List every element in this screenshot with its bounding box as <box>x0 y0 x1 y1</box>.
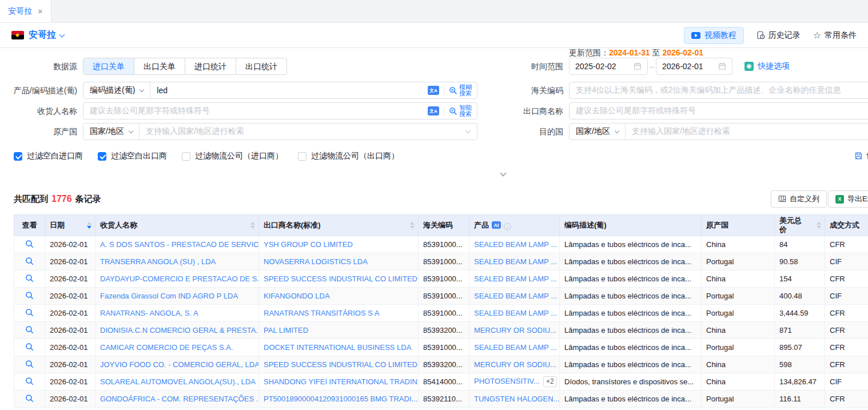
consignee-link[interactable]: RANATRANS- ANGOLA, S. A <box>100 309 198 317</box>
sort-asc-icon[interactable] <box>250 222 255 225</box>
cell-view[interactable] <box>14 356 45 373</box>
exporter-link[interactable]: RANATRANS TRANSITÁRIOS S A <box>264 309 380 317</box>
product-link[interactable]: MERCURY OR SODIU... <box>474 360 556 369</box>
cell-product[interactable]: PHOTOSENSITIV...+2 <box>469 373 560 391</box>
product-search-input[interactable]: led <box>150 86 428 95</box>
cell-product[interactable]: MERCURY OR SODIU... <box>469 356 560 373</box>
sort-desc-icon[interactable] <box>250 226 255 229</box>
cell-exporter[interactable]: KIFANGONDO LDA <box>259 288 419 305</box>
save-conditions-button[interactable]: 保 <box>854 150 868 161</box>
translate-icon[interactable]: 文A <box>428 86 439 95</box>
exporter-link[interactable]: SPEED SUCCESS INDUSTRIAL CO LIMITED <box>264 360 417 369</box>
product-link[interactable]: SEALED BEAM LAMP ... <box>474 240 557 249</box>
cell-consignee[interactable]: TRANSERRA ANGOLA (SU) , LDA <box>95 253 259 270</box>
consignee-link[interactable]: TRANSERRA ANGOLA (SU) , LDA <box>100 257 216 266</box>
cell-view[interactable] <box>14 253 45 270</box>
more-products-badge[interactable]: +2 <box>543 376 557 387</box>
country-selector-label[interactable]: 安哥拉 <box>29 29 56 41</box>
sort-carets[interactable] <box>87 222 91 229</box>
product-link[interactable]: SEALED BEAM LAMP ... <box>474 292 557 300</box>
product-link[interactable]: SEALED BEAM LAMP ... <box>474 274 557 283</box>
cell-consignee[interactable]: SOLAREAL AUTOMOVEL ANGOLA(SU)., LDA <box>95 373 259 391</box>
sort-carets[interactable] <box>410 222 415 229</box>
chevron-down-icon[interactable] <box>59 31 65 37</box>
product-link[interactable]: MERCURY OR SODIU... <box>474 326 556 335</box>
view-record-button[interactable] <box>25 308 34 319</box>
column-header-3[interactable]: 出口商名称(标准) <box>259 215 419 236</box>
product-link[interactable]: SEALED BEAM LAMP ... <box>474 257 557 266</box>
cell-view[interactable] <box>14 270 45 288</box>
cell-exporter[interactable]: NOVASERRA LOGISTICS LDA <box>259 253 419 270</box>
filter-checkbox-0[interactable]: 过滤空白进口商 <box>14 151 83 161</box>
view-record-button[interactable] <box>25 240 34 250</box>
collapse-filters-button[interactable] <box>495 169 511 178</box>
cell-exporter[interactable]: PAL LIMITED <box>259 322 419 339</box>
cell-product[interactable]: MERCURY OR SODIU... <box>469 322 560 339</box>
exporter-input[interactable]: 建议去除公司尾部字符或特殊符号 <box>569 102 868 120</box>
consignee-input[interactable]: 建议去除公司尾部字符或特殊符号 <box>83 106 428 116</box>
checkbox-checked-icon[interactable] <box>14 152 22 161</box>
checkbox-checked-icon[interactable] <box>98 152 106 161</box>
cell-consignee[interactable]: GONDOÁFRICA - COM. REPRESENTAÇÕES ... <box>95 391 259 408</box>
exporter-link[interactable]: SPEED SUCCESS INDUSTRIAL CO LIMITED <box>264 274 417 283</box>
cell-exporter[interactable]: RANATRANS TRANSITÁRIOS S A <box>259 305 419 322</box>
exporter-link[interactable]: PAL LIMITED <box>264 326 308 335</box>
favorites-button[interactable]: ☆ 常用条件 <box>813 30 857 41</box>
date-start-input[interactable]: 2025-02-02 <box>569 58 648 75</box>
view-record-button[interactable] <box>25 394 34 404</box>
product-link[interactable]: SEALED BEAM LAMP ... <box>474 309 557 317</box>
sort-asc-icon[interactable] <box>87 222 91 225</box>
consignee-link[interactable]: Fazenda Girassol Com IND AGRO P LDA <box>100 292 238 300</box>
column-header-8[interactable]: 美元总价 <box>775 215 825 236</box>
history-button[interactable]: 历史记录 <box>756 30 801 41</box>
datasource-tab-0[interactable]: 进口关单 <box>83 58 134 74</box>
cell-view[interactable] <box>14 305 45 322</box>
cell-product[interactable]: SEALED BEAM LAMP ... <box>469 339 560 356</box>
info-icon[interactable]: i <box>504 223 511 230</box>
export-excel-button[interactable]: X 导出Exc <box>828 190 868 208</box>
origin-country-select[interactable]: 国家/地区 <box>83 124 140 140</box>
product-link[interactable]: TUNGSTEN HALOGEN... <box>474 395 560 403</box>
view-record-button[interactable] <box>25 274 34 284</box>
consignee-link[interactable]: DIONISIA.C.N COMERCIO GERAL & PRESTA... <box>100 326 259 335</box>
view-record-button[interactable] <box>25 325 34 336</box>
datasource-tab-1[interactable]: 出口关单 <box>134 58 185 74</box>
cell-product[interactable]: SEALED BEAM LAMP ... <box>469 270 560 288</box>
datasource-tab-3[interactable]: 出口统计 <box>236 58 286 74</box>
column-header-1[interactable]: 日期 <box>45 215 95 236</box>
cell-consignee[interactable]: DAYDAYUP-COMERCIO E PRESTACAO DE S... <box>95 270 259 288</box>
cell-view[interactable] <box>14 339 45 356</box>
datasource-tab-2[interactable]: 进口统计 <box>185 58 236 74</box>
filter-checkbox-1[interactable]: 过滤空白出口商 <box>98 151 167 161</box>
consignee-link[interactable]: CAMICAR COMERCIO DE PEÇAS S.A. <box>100 343 233 352</box>
view-record-button[interactable] <box>25 291 34 301</box>
cell-product[interactable]: SEALED BEAM LAMP ... <box>469 305 560 322</box>
sort-desc-icon[interactable] <box>817 226 821 229</box>
destination-country-input[interactable]: 支持输入国家/地区进行检索 <box>626 126 868 137</box>
consignee-link[interactable]: SOLAREAL AUTOMOVEL ANGOLA(SU)., LDA <box>100 377 256 386</box>
cell-view[interactable] <box>14 373 45 391</box>
cell-exporter[interactable]: SHANDONG YIFEI INTERNATIONAL TRADIN... <box>259 373 419 391</box>
cell-exporter[interactable]: PT50018900004120931000165 BMG TRADI... <box>259 391 419 408</box>
cell-view[interactable] <box>14 391 45 408</box>
view-record-button[interactable] <box>25 360 34 370</box>
hs-code-input[interactable]: 支持4位以上海关编码，或2位海关编码加上产品描述、企业名称的任意信息 <box>569 82 868 99</box>
cell-product[interactable]: SEALED BEAM LAMP ... <box>469 288 560 305</box>
sort-asc-icon[interactable] <box>410 222 415 225</box>
chevron-down-icon[interactable] <box>465 128 471 134</box>
filter-checkbox-2[interactable]: 过滤物流公司（进口商） <box>182 151 283 161</box>
cell-product[interactable]: TUNGSTEN HALOGEN... <box>469 391 560 408</box>
smart-search-button[interactable]: 智能搜索 <box>449 105 472 117</box>
checkbox-unchecked-icon[interactable] <box>298 152 306 161</box>
origin-country-input[interactable]: 支持输入国家/地区进行检索 <box>140 126 466 137</box>
cell-consignee[interactable]: RANATRANS- ANGOLA, S. A <box>95 305 259 322</box>
date-end-input[interactable]: 2026-02-01 <box>656 58 732 75</box>
cell-product[interactable]: SEALED BEAM LAMP ... <box>469 236 560 253</box>
exporter-link[interactable]: DOCKET INTERNATIONAL BUSINESS LDA <box>264 343 411 352</box>
video-tutorial-button[interactable]: 视频教程 <box>684 27 744 44</box>
consignee-link[interactable]: JOYVIO FOOD CO. - COMERCIO GERAL, LDA <box>100 360 259 369</box>
cell-consignee[interactable]: CAMICAR COMERCIO DE PEÇAS S.A. <box>95 339 259 356</box>
product-field-select[interactable]: 编码描述(葡) <box>83 82 150 98</box>
destination-country-select[interactable]: 国家/地区 <box>570 124 626 140</box>
consignee-link[interactable]: A. S DOS SANTOS - PRESTACAO DE SERVIC... <box>100 240 259 249</box>
